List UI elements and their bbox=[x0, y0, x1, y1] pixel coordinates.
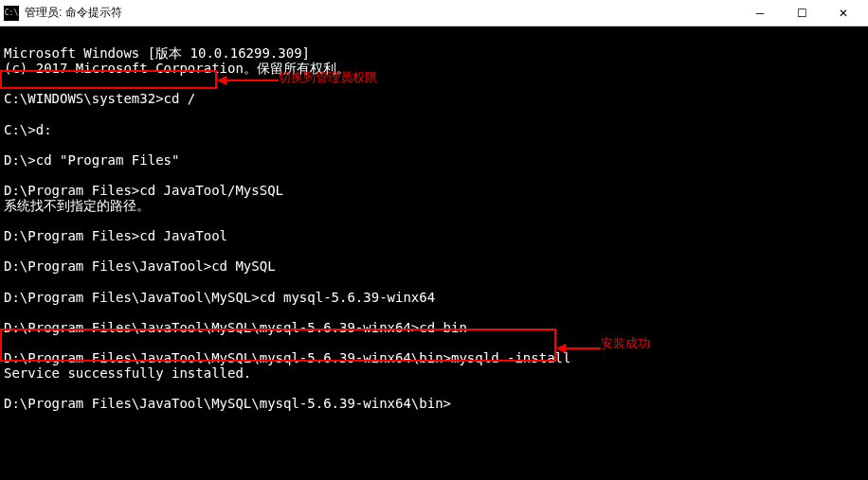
error-line: 系统找不到指定的路径。 bbox=[4, 198, 150, 213]
annotation-admin: 切换到管理员权限 bbox=[279, 71, 377, 85]
title-bar: C:\ 管理员: 命令提示符 ─ ☐ ✕ bbox=[0, 0, 868, 27]
window-controls: ─ ☐ ✕ bbox=[739, 0, 864, 27]
output-line: Service successfully installed. bbox=[4, 365, 251, 381]
cmd-line: D:\Program Files\JavaTool\MySQL>cd mysql… bbox=[4, 290, 435, 305]
cmd-line: D:\Program Files>cd JavaTool/MysSQL bbox=[4, 183, 283, 198]
maximize-button[interactable]: ☐ bbox=[781, 0, 823, 27]
annotation-install: 安装成功 bbox=[601, 337, 650, 351]
prompt-line: D:\Program Files\JavaTool\MySQL\mysql-5.… bbox=[4, 396, 451, 411]
close-button[interactable]: ✕ bbox=[823, 0, 864, 27]
cmd-line: D:\>cd "Program Files" bbox=[4, 152, 179, 168]
cmd-line: C:\>d: bbox=[4, 122, 52, 137]
cmd-line: D:\Program Files\JavaTool>cd MySQL bbox=[4, 258, 276, 274]
cmd-line: D:\Program Files\JavaTool\MySQL\mysql-5.… bbox=[4, 350, 570, 365]
minimize-button[interactable]: ─ bbox=[739, 0, 781, 27]
cmd-line: C:\WINDOWS\system32>cd / bbox=[4, 91, 195, 106]
cmd-line: D:\Program Files\JavaTool\MySQL\mysql-5.… bbox=[4, 320, 467, 335]
cmd-icon: C:\ bbox=[4, 6, 19, 21]
window-title: 管理员: 命令提示符 bbox=[25, 5, 739, 21]
arrow-admin bbox=[217, 76, 279, 85]
terminal-area[interactable]: Microsoft Windows [版本 10.0.16299.309] (c… bbox=[0, 27, 868, 480]
cmd-line: D:\Program Files>cd JavaTool bbox=[4, 228, 227, 243]
version-line: Microsoft Windows [版本 10.0.16299.309] bbox=[4, 45, 310, 61]
